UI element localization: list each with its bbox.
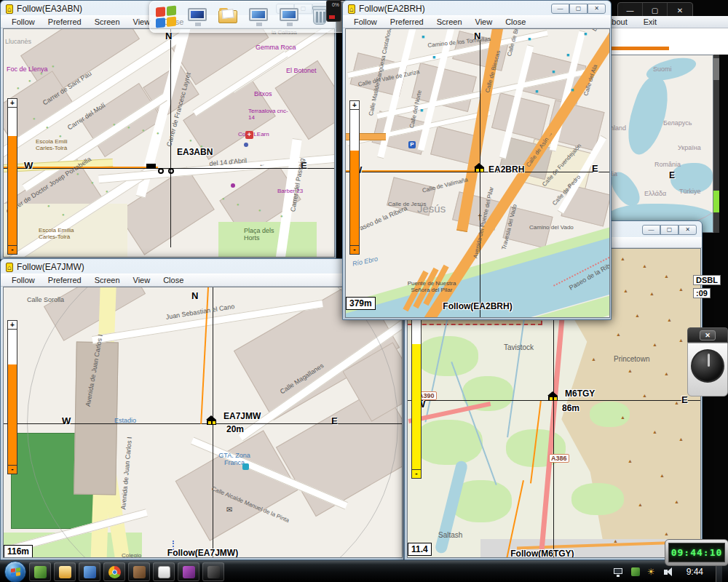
minimize-button[interactable]: —	[551, 4, 569, 14]
country-label: Ελλάδα	[644, 190, 666, 197]
zoom-out-button[interactable]: -	[8, 245, 17, 254]
zoom-in-button[interactable]: +	[8, 321, 17, 330]
menu-view[interactable]: View	[127, 276, 157, 284]
zoom-in-button[interactable]: +	[350, 101, 359, 110]
taskbar-app-chrome[interactable]	[103, 562, 125, 581]
scroll-thumb[interactable]	[713, 58, 719, 80]
start-button[interactable]	[4, 561, 26, 582]
menu-exit[interactable]: Exit	[636, 17, 665, 26]
window-title: Follow(EA2BRH)	[359, 4, 425, 14]
taskbar-clock[interactable]: 9:44	[681, 567, 709, 577]
menu-follow[interactable]: Follow	[347, 17, 384, 26]
volume-icon[interactable]	[664, 567, 674, 577]
poi-label: Terraalova cnc-14	[248, 108, 290, 121]
menu-follow[interactable]: Follow	[5, 276, 41, 284]
follow-status: Follow(M6TGY)	[510, 549, 574, 558]
bridge-label: Puente de Nuestra Señora del Pilar	[405, 280, 458, 293]
network-computer-icon-2[interactable]	[278, 6, 300, 28]
documents-folder-icon[interactable]	[217, 6, 239, 28]
knob-window-titlebar[interactable]: ✕	[687, 327, 728, 343]
zoom-out-button[interactable]: -	[350, 245, 359, 254]
taskbar-app-brown[interactable]	[128, 562, 150, 581]
map-ea2brh[interactable]: ■■■■■■■■■ EA2BRH N W E Camino de los Tor…	[345, 28, 610, 318]
crosshair-vertical	[480, 35, 480, 317]
place-label: Llucanès	[5, 38, 31, 45]
poi-label: GTA. Zona Franca	[213, 452, 256, 467]
street-label: Paseo de la Ribera	[355, 204, 408, 234]
menu-view[interactable]: View	[469, 17, 499, 26]
station-house-icon	[206, 415, 217, 425]
network-computer-icon[interactable]	[248, 6, 269, 28]
close-icon[interactable]: ✕	[700, 330, 716, 340]
network-icon[interactable]	[614, 567, 624, 577]
menu-screen[interactable]: Screen	[88, 276, 127, 284]
woodland	[416, 336, 478, 376]
zoom-out-button[interactable]: -	[412, 469, 421, 478]
window-controls: — ▢ ✕	[551, 4, 606, 14]
menu-preferred[interactable]: Preferred	[384, 17, 430, 26]
taskbar-app-media[interactable]	[178, 562, 199, 581]
menu-follow[interactable]: Follow	[5, 17, 41, 26]
gps-app-tray-icon[interactable]	[630, 567, 641, 577]
tree-icon: ●	[189, 138, 192, 143]
zoom-out-button[interactable]: -	[8, 465, 17, 474]
menu-screen[interactable]: Screen	[88, 17, 127, 26]
zoom-slider[interactable]: + -	[349, 100, 360, 255]
bicycle-icon	[158, 164, 174, 177]
zoom-in-button[interactable]: +	[8, 99, 17, 108]
scale-indicator: 11.4	[408, 543, 432, 556]
window-titlebar[interactable]: ⌂ Follow(EA2BRH) — ▢ ✕	[343, 1, 611, 15]
menu-close[interactable]: Close	[157, 276, 190, 284]
knob-panel	[687, 343, 728, 396]
map-ea7jmw[interactable]: EA7JMW 20m N W E Calle Sorolla Juan Seba…	[3, 287, 403, 558]
battery-gadget[interactable]: 0%	[326, 0, 341, 22]
poi-label: Colegio	[122, 552, 141, 558]
map-ea3abn[interactable]: ●●●●●●●●●●●●●●●●●●●●●●● EA3ABN N W E Llu…	[3, 28, 335, 258]
window-title: Follow(EA3ABN)	[17, 4, 82, 14]
main-menubar: About Exit	[598, 16, 728, 28]
menu-close[interactable]: Close	[499, 17, 532, 26]
poi-dot-blue	[244, 143, 248, 147]
country-label: România	[654, 161, 681, 168]
woodland	[414, 420, 483, 465]
weather-icon[interactable]: ☀	[647, 567, 657, 577]
my-computer-icon[interactable]	[186, 6, 208, 28]
maximize-button[interactable]: ▢	[660, 225, 678, 235]
taskbar-app-notes[interactable]	[153, 562, 175, 581]
close-button[interactable]: ✕	[587, 4, 606, 14]
house-window-icon: ⌂	[348, 4, 355, 14]
zoom-track[interactable]	[350, 110, 359, 245]
zoom-level-fill	[8, 364, 17, 465]
volume-knob[interactable]	[691, 349, 724, 383]
signal-level	[713, 191, 719, 212]
close-button[interactable]: ✕	[678, 225, 697, 235]
taskbar: ☀ 9:44	[0, 560, 728, 582]
zoom-slider[interactable]: + -	[7, 320, 17, 474]
taskbar-app-maps[interactable]	[29, 562, 51, 581]
folder-icon	[59, 566, 71, 578]
range-circle	[603, 55, 713, 230]
church-cross-icon: †	[478, 212, 482, 222]
street-label: Calle de Bielsa	[506, 28, 523, 57]
country-label: Suomi	[653, 65, 672, 73]
menu-screen[interactable]: Screen	[430, 17, 469, 26]
menu-preferred[interactable]: Preferred	[41, 276, 88, 284]
menu-preferred[interactable]: Preferred	[41, 17, 88, 26]
digital-clock-gadget[interactable]: 09:44:10	[665, 539, 728, 566]
windows-logo-icon[interactable]	[156, 6, 178, 28]
town-label: Saltash	[438, 531, 462, 540]
zoom-slider[interactable]: + -	[7, 98, 17, 255]
zoom-track[interactable]	[8, 330, 17, 465]
minimize-button[interactable]: —	[642, 225, 660, 235]
town-label: Tavistock	[504, 343, 534, 352]
europe-scrollbar[interactable]	[713, 55, 719, 233]
taskbar-app-explorer[interactable]	[54, 562, 76, 581]
poi-label: El Botonet	[286, 67, 317, 74]
main-status-strip	[598, 28, 728, 55]
taskbar-app-mail[interactable]	[79, 562, 100, 581]
maximize-button[interactable]: ▢	[569, 4, 587, 14]
zoom-track[interactable]	[8, 108, 17, 245]
taskbar-app-radio[interactable]	[202, 562, 224, 581]
map-europe[interactable]: Suomi ge schland Беларусь Україна Români…	[603, 55, 713, 233]
follow-status: Follow(EA2BRH)	[443, 301, 512, 311]
